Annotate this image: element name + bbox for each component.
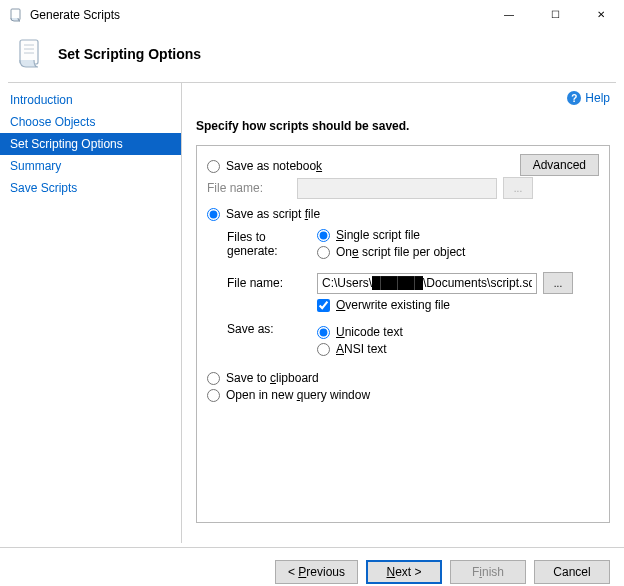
minimize-button[interactable]: — [486,0,532,30]
ansi-text-label[interactable]: ANSI text [336,342,387,356]
save-to-clipboard-radio[interactable] [207,372,220,385]
sidebar-item-save-scripts[interactable]: Save Scripts [0,177,181,199]
single-script-file-radio[interactable] [317,229,330,242]
page-title: Set Scripting Options [58,46,201,62]
overwrite-checkbox[interactable] [317,299,330,312]
title-bar: Generate Scripts — ☐ ✕ [0,0,624,30]
help-icon: ? [567,91,581,105]
sidebar-item-introduction[interactable]: Introduction [0,89,181,111]
wizard-sidebar: Introduction Choose Objects Set Scriptin… [0,83,182,543]
close-button[interactable]: ✕ [578,0,624,30]
help-label: Help [585,91,610,105]
options-panel: Advanced Save as notebook File name: ...… [196,145,610,523]
save-to-clipboard-label[interactable]: Save to clipboard [226,371,319,385]
open-in-new-query-label[interactable]: Open in new query window [226,388,370,402]
sidebar-item-summary[interactable]: Summary [0,155,181,177]
finish-button: Finish [450,560,526,584]
sidebar-item-choose-objects[interactable]: Choose Objects [0,111,181,133]
script-filename-label: File name: [227,276,317,290]
one-file-per-object-radio[interactable] [317,246,330,259]
save-as-notebook-radio[interactable] [207,160,220,173]
main-panel: ? Help Specify how scripts should be sav… [182,83,624,543]
cancel-button[interactable]: Cancel [534,560,610,584]
one-file-per-object-label[interactable]: One script file per object [336,245,465,259]
next-button[interactable]: Next > [366,560,442,584]
previous-button[interactable]: < Previous [275,560,358,584]
open-in-new-query-radio[interactable] [207,389,220,402]
ansi-text-radio[interactable] [317,343,330,356]
unicode-text-label[interactable]: Unicode text [336,325,403,339]
save-as-script-file-radio[interactable] [207,208,220,221]
help-link[interactable]: ? Help [567,91,610,105]
single-script-file-label[interactable]: Single script file [336,228,420,242]
save-as-script-file-label[interactable]: Save as script file [226,207,320,221]
unicode-text-radio[interactable] [317,326,330,339]
wizard-footer: < Previous Next > Finish Cancel [0,547,624,586]
window-title: Generate Scripts [30,8,486,22]
notebook-filename-label: File name: [207,181,297,195]
page-header: Set Scripting Options [0,30,624,82]
save-as-label: Save as: [227,322,317,336]
save-as-notebook-label[interactable]: Save as notebook [226,159,322,173]
maximize-button[interactable]: ☐ [532,0,578,30]
instruction-text: Specify how scripts should be saved. [196,119,610,133]
script-icon [8,7,24,23]
overwrite-label[interactable]: Overwrite existing file [336,298,450,312]
script-filename-input[interactable] [317,273,537,294]
files-to-generate-label: Files to generate: [227,230,317,258]
advanced-button[interactable]: Advanced [520,154,599,176]
notebook-browse-button: ... [503,177,533,199]
notebook-filename-input [297,178,497,199]
script-browse-button[interactable]: ... [543,272,573,294]
sidebar-item-set-scripting-options[interactable]: Set Scripting Options [0,133,181,155]
script-large-icon [12,36,48,72]
